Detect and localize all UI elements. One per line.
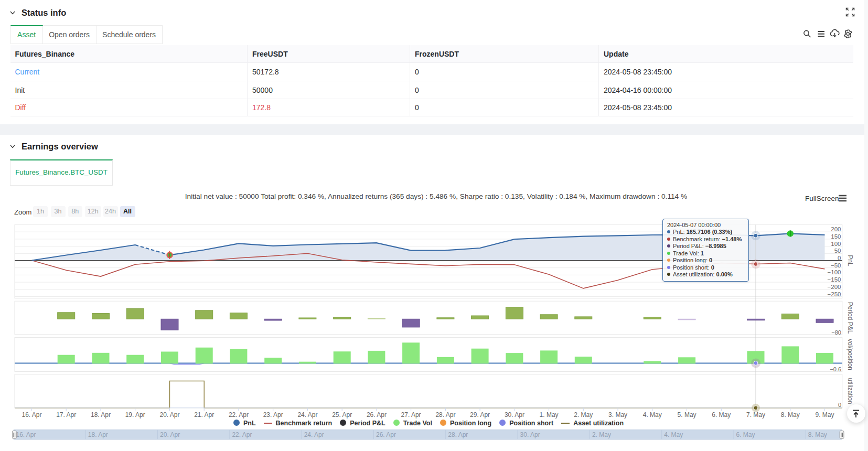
svg-text:150: 150 xyxy=(831,233,841,240)
svg-text:5. May: 5. May xyxy=(678,411,696,418)
svg-text:18. Apr: 18. Apr xyxy=(91,411,111,418)
svg-text:−200: −200 xyxy=(828,284,841,290)
svg-text:8. May: 8. May xyxy=(781,411,800,418)
svg-text:6. May: 6. May xyxy=(736,431,755,438)
svg-text:27. Apr: 27. Apr xyxy=(401,411,421,418)
svg-text:22. Apr: 22. Apr xyxy=(232,431,252,438)
svg-text:29. Apr: 29. Apr xyxy=(470,411,490,418)
svg-text:21. Apr: 21. Apr xyxy=(194,411,214,418)
svg-text:utilization: utilization xyxy=(846,378,854,404)
svg-text:6. May: 6. May xyxy=(712,411,731,418)
svg-text:20. Apr: 20. Apr xyxy=(159,411,179,418)
svg-text:16. Apr: 16. Apr xyxy=(22,411,41,418)
svg-text:PnL: PnL xyxy=(846,255,854,266)
svg-text:28. Apr: 28. Apr xyxy=(435,411,455,418)
svg-text:26. Apr: 26. Apr xyxy=(376,431,396,438)
svg-text:2. May: 2. May xyxy=(592,431,611,438)
svg-text:−100: −100 xyxy=(828,269,841,275)
svg-text:2. May: 2. May xyxy=(574,411,593,418)
svg-text:200: 200 xyxy=(831,226,841,232)
svg-text:100: 100 xyxy=(831,241,841,247)
svg-text:26. Apr: 26. Apr xyxy=(367,411,387,418)
svg-text:vol/position: vol/position xyxy=(846,339,854,370)
svg-text:9. May: 9. May xyxy=(815,411,834,418)
svg-text:50: 50 xyxy=(834,248,841,254)
svg-text:16. Apr: 16. Apr xyxy=(16,431,36,438)
svg-text:4. May: 4. May xyxy=(664,431,683,438)
svg-text:25. Apr: 25. Apr xyxy=(332,411,352,418)
svg-text:4. May: 4. May xyxy=(643,411,662,418)
svg-text:0: 0 xyxy=(838,402,841,408)
svg-text:−150: −150 xyxy=(828,276,841,283)
svg-text:30. Apr: 30. Apr xyxy=(520,431,540,438)
svg-text:18. Apr: 18. Apr xyxy=(88,431,108,438)
svg-text:19. Apr: 19. Apr xyxy=(125,411,145,418)
svg-text:17. Apr: 17. Apr xyxy=(56,411,76,418)
svg-text:Period P&L: Period P&L xyxy=(846,302,854,334)
svg-text:−80: −80 xyxy=(831,329,841,336)
svg-text:3. May: 3. May xyxy=(608,411,627,418)
svg-text:23. Apr: 23. Apr xyxy=(263,411,283,418)
svg-text:28. Apr: 28. Apr xyxy=(448,431,468,438)
svg-text:−50: −50 xyxy=(831,262,841,269)
svg-text:0: 0 xyxy=(838,255,841,261)
svg-text:−250: −250 xyxy=(828,291,841,297)
svg-text:20. Apr: 20. Apr xyxy=(160,431,180,438)
svg-text:24. Apr: 24. Apr xyxy=(304,431,324,438)
svg-text:8. May: 8. May xyxy=(808,431,827,438)
svg-text:1. May: 1. May xyxy=(540,411,559,418)
svg-text:−0.6: −0.6 xyxy=(830,366,841,372)
svg-text:30. Apr: 30. Apr xyxy=(505,411,524,418)
svg-text:22. Apr: 22. Apr xyxy=(229,411,249,418)
svg-text:24. Apr: 24. Apr xyxy=(297,411,317,418)
